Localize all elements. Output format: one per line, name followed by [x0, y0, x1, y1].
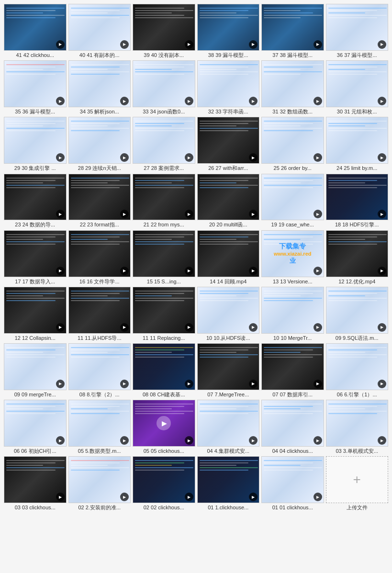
- video-item-21[interactable]: ▶ 21 22 from mys...: [133, 174, 195, 228]
- video-item-32[interactable]: ▶ 11 11.从HDFS导...: [68, 287, 131, 341]
- video-item-37[interactable]: ▶ 09 09 mergeTre...: [4, 343, 67, 398]
- video-item-4[interactable]: ▶ 38 39 漏斗模型...: [197, 4, 260, 58]
- video-item-48[interactable]: ▶ 03 3.单机模式安...: [326, 400, 389, 454]
- video-item-7[interactable]: ▶ 35 36 漏斗模型...: [4, 60, 67, 115]
- video-item-19[interactable]: ▶ 23 24 数据的导...: [4, 174, 67, 228]
- video-item-5[interactable]: ▶ 37 38 漏斗模型...: [261, 4, 324, 58]
- video-item-1[interactable]: ▶ 41 42 clickhou...: [4, 4, 67, 58]
- play-button[interactable]: ▶: [120, 380, 129, 388]
- video-item-50[interactable]: ▶ 02 2.安装前的准...: [68, 456, 131, 511]
- play-button[interactable]: ▶: [314, 153, 322, 162]
- video-item-49[interactable]: ▶ 03 03 clickhous...: [4, 456, 67, 511]
- video-item-13[interactable]: ▶ 29 30 集成引擎 ...: [4, 117, 67, 171]
- video-item-26[interactable]: ▶ 16 16 文件导学...: [68, 230, 131, 285]
- play-button[interactable]: ▶: [249, 436, 258, 445]
- play-button[interactable]: ▶: [120, 153, 129, 162]
- video-item-53[interactable]: ▶ 01 01 clickhous...: [261, 456, 324, 511]
- play-button[interactable]: ▶: [56, 40, 65, 49]
- play-button[interactable]: ▶: [185, 380, 193, 388]
- play-button[interactable]: ▶: [249, 210, 258, 218]
- play-button[interactable]: ▶: [314, 323, 322, 332]
- play-button[interactable]: ▶: [56, 267, 65, 275]
- play-button[interactable]: ▶: [120, 323, 129, 332]
- play-button[interactable]: ▶: [378, 153, 386, 162]
- play-button[interactable]: ▶: [120, 97, 129, 105]
- video-item-20[interactable]: ▶ 22 23 format指...: [68, 174, 131, 228]
- play-button[interactable]: ▶: [314, 380, 322, 388]
- video-item-22[interactable]: ▶ 20 20 multilf函...: [197, 174, 260, 228]
- play-button[interactable]: ▶: [249, 380, 258, 388]
- play-button[interactable]: ▶: [120, 210, 129, 218]
- play-button[interactable]: ▶: [378, 267, 386, 275]
- video-item-31[interactable]: ▶ 12 12 Collapsin...: [4, 287, 67, 341]
- video-item-27[interactable]: ▶ 15 15 S...ing...: [133, 230, 195, 285]
- video-item-2[interactable]: ▶ 40 41 有副本的...: [68, 4, 131, 58]
- play-button[interactable]: ▶: [378, 97, 386, 105]
- play-button[interactable]: ▶: [314, 210, 322, 218]
- video-item-14[interactable]: ▶ 28 29 连续n天销...: [68, 117, 131, 171]
- video-item-42[interactable]: ▶ 06 6.引擎（1）...: [326, 343, 389, 398]
- video-item-40[interactable]: ▶ 07 7.MergeTree...: [197, 343, 260, 398]
- video-item-24[interactable]: ▶ 18 18 HDFS引擎...: [326, 174, 389, 228]
- play-button[interactable]: ▶: [56, 153, 65, 162]
- play-button[interactable]: ▶: [314, 436, 322, 445]
- play-button[interactable]: ▶: [249, 153, 258, 162]
- video-item-54[interactable]: + 上传文件: [326, 456, 389, 511]
- play-button[interactable]: ▶: [378, 323, 386, 332]
- video-item-12[interactable]: ▶ 30 31 元组和枚...: [326, 60, 389, 115]
- video-item-38[interactable]: ▶ 08 8.引擎（2）...: [68, 343, 131, 398]
- video-item-3[interactable]: ▶ 39 40 没有副本...: [133, 4, 195, 58]
- video-item-34[interactable]: ▶ 10 10.从HDFS读...: [197, 287, 260, 341]
- video-item-35[interactable]: ▶ 10 10 MergeTr...: [261, 287, 324, 341]
- video-item-29[interactable]: 下载集专 www.xiazai.red 业 ▶ 13 13 Versione..…: [261, 230, 324, 285]
- video-item-43[interactable]: ▶ 06 06 初始CH引...: [4, 400, 67, 454]
- video-item-15[interactable]: ▶ 27 28 案例需求...: [133, 117, 195, 171]
- play-button[interactable]: ▶: [378, 210, 386, 218]
- play-button[interactable]: ▶: [185, 40, 193, 49]
- play-button[interactable]: ▶: [249, 40, 258, 49]
- play-button[interactable]: ▶: [56, 210, 65, 218]
- play-button[interactable]: ▶: [314, 40, 322, 49]
- video-item-52[interactable]: ▶ 01 1.clickhouse...: [197, 456, 260, 511]
- play-button[interactable]: ▶: [120, 436, 129, 445]
- play-button[interactable]: ▶: [185, 436, 193, 445]
- play-button[interactable]: ▶: [185, 97, 193, 105]
- video-item-44[interactable]: ▶ 05 5.数据类型.m...: [68, 400, 131, 454]
- play-button[interactable]: ▶: [314, 97, 322, 105]
- video-item-23[interactable]: ▶ 19 19 case_whe...: [261, 174, 324, 228]
- play-button[interactable]: ▶: [185, 153, 193, 162]
- video-item-36[interactable]: ▶ 09 9.SQL语法.m...: [326, 287, 389, 341]
- video-item-25[interactable]: ▶ 17 17 数据导入...: [4, 230, 67, 285]
- video-item-18[interactable]: ▶ 24 25 limit by.m...: [326, 117, 389, 171]
- play-button[interactable]: ▶: [249, 267, 258, 275]
- play-button[interactable]: ▶: [56, 380, 65, 388]
- play-button[interactable]: ▶: [314, 267, 322, 275]
- video-item-17[interactable]: ▶ 25 26 order by...: [261, 117, 324, 171]
- play-button[interactable]: ▶: [185, 493, 193, 501]
- play-button[interactable]: ▶: [56, 323, 65, 332]
- play-button[interactable]: ▶: [185, 267, 193, 275]
- play-button[interactable]: ▶: [56, 436, 65, 445]
- play-button[interactable]: ▶: [249, 323, 258, 332]
- video-item-46[interactable]: ▶ 04 4.集群模式安...: [197, 400, 260, 454]
- play-button[interactable]: ▶: [120, 493, 129, 501]
- video-item-47[interactable]: ▶ 04 04 clickhous...: [261, 400, 324, 454]
- play-button[interactable]: ▶: [249, 493, 258, 501]
- video-item-30[interactable]: ▶ 12 12.优化.mp4: [326, 230, 389, 285]
- video-item-9[interactable]: ▶ 33 34 json函数0...: [133, 60, 195, 115]
- video-item-8[interactable]: ▶ 34 35 解析json...: [68, 60, 131, 115]
- video-item-41[interactable]: ▶ 07 07 数据库引...: [261, 343, 324, 398]
- video-item-28[interactable]: ▶ 14 14 回顾.mp4: [197, 230, 260, 285]
- play-button[interactable]: ▶: [378, 380, 386, 388]
- video-item-16[interactable]: ▶ 26 27 with和arr...: [197, 117, 260, 171]
- video-item-39[interactable]: ▶ 08 08 CH建表基...: [133, 343, 195, 398]
- play-button[interactable]: ▶: [185, 210, 193, 218]
- play-button[interactable]: ▶: [56, 493, 65, 501]
- play-button[interactable]: ▶: [378, 40, 386, 49]
- video-item-33[interactable]: ▶ 11 11 Replacing...: [133, 287, 195, 341]
- play-button[interactable]: ▶: [185, 323, 193, 332]
- play-button[interactable]: ▶: [120, 40, 129, 49]
- play-button[interactable]: ▶: [378, 436, 386, 445]
- video-item-10[interactable]: ▶ 32 33 字符串函...: [197, 60, 260, 115]
- play-button[interactable]: ▶: [120, 267, 129, 275]
